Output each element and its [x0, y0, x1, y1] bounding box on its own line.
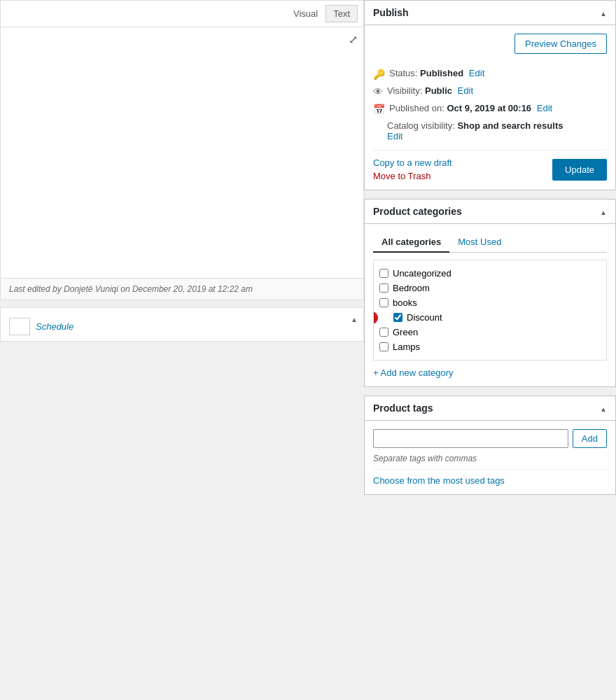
- fullscreen-button[interactable]: [349, 33, 358, 46]
- catalog-edit-link[interactable]: Edit: [387, 131, 402, 141]
- expand-icon: [349, 34, 358, 46]
- catalog-text: Catalog visibility: Shop and search resu…: [373, 120, 563, 141]
- category-item: Bedroom: [379, 281, 601, 295]
- visibility-row: 👁 Visibility: Public Edit: [373, 85, 607, 97]
- published-row: 📅 Published on: Oct 9, 2019 at 00:16 Edi…: [373, 103, 607, 115]
- category-label-bedroom[interactable]: Bedroom: [393, 283, 430, 293]
- tab-all-categories[interactable]: All categories: [373, 232, 449, 253]
- category-item: Lamps: [379, 340, 601, 354]
- editor-area: Visual Text Last edited by Donjetë Vuniq…: [0, 0, 364, 700]
- schedule-link[interactable]: Schedule: [36, 321, 74, 332]
- status-row: 🔑 Status: Published Edit: [373, 68, 607, 80]
- categories-collapse-btn[interactable]: [600, 205, 607, 218]
- choose-tags-link[interactable]: Choose from the most used tags: [373, 475, 505, 486]
- product-categories-box: Product categories All categories Most U…: [364, 199, 616, 387]
- category-checkbox-lamps[interactable]: [379, 342, 388, 351]
- tab-most-used[interactable]: Most Used: [449, 232, 510, 253]
- tab-text[interactable]: Text: [326, 5, 358, 22]
- status-icon: 🔑: [373, 69, 385, 80]
- editor-body[interactable]: [1, 27, 363, 237]
- status-edit-link[interactable]: Edit: [469, 68, 484, 78]
- publish-collapse-btn[interactable]: [600, 6, 607, 19]
- category-item: books: [379, 295, 601, 310]
- category-label-green[interactable]: Green: [393, 327, 418, 337]
- arrow-up-icon: [351, 314, 358, 324]
- category-item: 1 Discount: [379, 310, 601, 325]
- category-label-lamps[interactable]: Lamps: [393, 342, 420, 352]
- last-edited-text: Last edited by Donjetë Vuniqi on Decembe…: [9, 284, 253, 294]
- tags-hint: Separate tags with commas: [373, 454, 607, 463]
- publish-content: Preview Changes 🔑 Status: Published Edit…: [365, 25, 615, 190]
- publish-meta: 🔑 Status: Published Edit 👁 Visibility: P…: [373, 62, 607, 141]
- publish-box: Publish Preview Changes 🔑 Status: Publis…: [364, 0, 616, 190]
- published-text: Published on: Oct 9, 2019 at 00:16 Edit: [389, 103, 552, 113]
- schedule-input[interactable]: [9, 318, 30, 335]
- category-badge: 1: [373, 312, 378, 324]
- category-label-books[interactable]: books: [393, 298, 417, 308]
- tag-input-row: Add: [373, 429, 607, 448]
- published-edit-link[interactable]: Edit: [537, 103, 552, 113]
- category-label-discount[interactable]: Discount: [407, 312, 442, 323]
- category-checkbox-books[interactable]: [379, 298, 388, 307]
- preview-changes-button[interactable]: Preview Changes: [514, 34, 607, 54]
- copy-to-draft-link[interactable]: Copy to a new draft: [373, 158, 452, 168]
- editor-footer: Last edited by Donjetë Vuniqi on Decembe…: [0, 279, 364, 300]
- product-tags-title: Product tags: [373, 402, 433, 414]
- calendar-icon: 📅: [373, 104, 385, 115]
- tags-arrow-icon: [600, 402, 607, 414]
- catalog-row: Catalog visibility: Shop and search resu…: [373, 120, 607, 141]
- tags-divider: [373, 469, 607, 470]
- editor-content[interactable]: [0, 27, 364, 279]
- schedule-collapse-btn[interactable]: [351, 314, 358, 324]
- visibility-text: Visibility: Public Edit: [387, 85, 473, 96]
- update-button[interactable]: Update: [552, 159, 607, 181]
- category-checkbox-discount[interactable]: [393, 313, 402, 322]
- category-list: Uncategorized Bedroom books 1 Discount: [373, 260, 607, 360]
- category-item: Uncategorized: [379, 266, 601, 281]
- product-tags-content: Add Separate tags with commas Choose fro…: [365, 421, 615, 494]
- category-label-uncategorized[interactable]: Uncategorized: [393, 268, 451, 279]
- schedule-section: Schedule: [0, 307, 364, 342]
- visibility-icon: 👁: [373, 86, 383, 97]
- category-checkbox-green[interactable]: [379, 328, 388, 337]
- visibility-edit-link[interactable]: Edit: [458, 85, 473, 96]
- publish-actions: Copy to a new draft Move to Trash Update: [373, 150, 607, 181]
- status-text: Status: Published Edit: [389, 68, 484, 78]
- tag-add-button[interactable]: Add: [573, 429, 607, 448]
- product-tags-box: Product tags Add Separate tags with comm…: [364, 396, 616, 495]
- categories-arrow-icon: [600, 205, 607, 217]
- add-new-category-link[interactable]: + Add new category: [373, 368, 454, 378]
- publish-title: Publish: [373, 7, 409, 18]
- product-categories-header: Product categories: [365, 200, 615, 224]
- category-item: Green: [379, 325, 601, 340]
- editor-toolbar: Visual Text: [0, 0, 364, 27]
- product-tags-header: Product tags: [365, 396, 615, 421]
- category-checkbox-uncategorized[interactable]: [379, 269, 388, 278]
- product-categories-content: All categories Most Used Uncategorized B…: [365, 224, 615, 386]
- product-categories-title: Product categories: [373, 206, 462, 217]
- tab-visual[interactable]: Visual: [286, 5, 326, 22]
- sidebar: Publish Preview Changes 🔑 Status: Publis…: [364, 0, 616, 700]
- tag-input[interactable]: [373, 429, 568, 448]
- tags-collapse-btn[interactable]: [600, 402, 607, 414]
- action-links: Copy to a new draft Move to Trash: [373, 158, 452, 181]
- category-tabs: All categories Most Used: [373, 232, 607, 253]
- publish-box-header: Publish: [365, 1, 615, 25]
- move-to-trash-link[interactable]: Move to Trash: [373, 171, 452, 181]
- schedule-input-row: Schedule: [9, 318, 355, 335]
- category-checkbox-bedroom[interactable]: [379, 284, 388, 293]
- publish-arrow-icon: [600, 6, 607, 18]
